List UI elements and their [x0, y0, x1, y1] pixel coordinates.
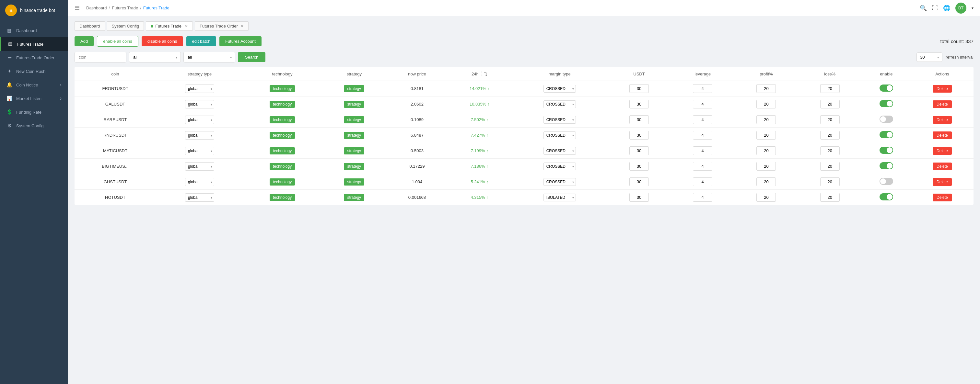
- technology-badge[interactable]: technology: [270, 194, 295, 201]
- tab-close-futures-trade[interactable]: ✕: [185, 24, 188, 29]
- delete-button[interactable]: Delete: [933, 163, 952, 170]
- enable-toggle[interactable]: [880, 147, 893, 154]
- profit-input[interactable]: [756, 162, 776, 171]
- usdt-input[interactable]: [629, 146, 649, 155]
- enable-toggle[interactable]: [880, 84, 893, 92]
- sidebar-item-new-coin-rush[interactable]: ✦ New Coin Rush: [0, 64, 68, 78]
- sidebar-item-futures-trade[interactable]: ▤ Futures Trade: [0, 37, 68, 51]
- strategy-badge[interactable]: strategy: [344, 194, 364, 201]
- usdt-input[interactable]: [629, 115, 649, 124]
- loss-input[interactable]: [820, 146, 840, 155]
- leverage-input[interactable]: [693, 193, 712, 202]
- leverage-input[interactable]: [693, 131, 712, 140]
- delete-button[interactable]: Delete: [933, 132, 952, 139]
- margin-type-select[interactable]: CROSSEDISOLATED: [544, 178, 576, 186]
- usdt-input[interactable]: [629, 162, 649, 171]
- tab-system-config[interactable]: System Config: [107, 21, 144, 31]
- margin-type-select[interactable]: CROSSEDISOLATED: [544, 100, 576, 108]
- enable-toggle[interactable]: [880, 131, 893, 138]
- profit-input[interactable]: [756, 100, 776, 108]
- leverage-input[interactable]: [693, 162, 712, 171]
- coin-search-input[interactable]: [75, 52, 126, 62]
- strategy-type-select[interactable]: global: [185, 162, 214, 171]
- loss-input[interactable]: [820, 178, 840, 186]
- enable-toggle[interactable]: [880, 116, 893, 123]
- leverage-input[interactable]: [693, 146, 712, 155]
- hamburger-icon[interactable]: ☰: [75, 5, 80, 12]
- strategy-type-select[interactable]: global: [185, 100, 214, 108]
- add-button[interactable]: Add: [75, 36, 94, 46]
- profit-input[interactable]: [756, 146, 776, 155]
- margin-type-select[interactable]: CROSSEDISOLATED: [544, 116, 576, 124]
- tab-close-futures-trade-order[interactable]: ✕: [240, 24, 244, 29]
- strategy-badge[interactable]: strategy: [344, 85, 364, 92]
- loss-input[interactable]: [820, 162, 840, 171]
- usdt-input[interactable]: [629, 193, 649, 202]
- technology-badge[interactable]: technology: [270, 147, 295, 154]
- leverage-input[interactable]: [693, 115, 712, 124]
- technology-badge[interactable]: technology: [270, 178, 295, 186]
- disable-all-button[interactable]: disable all coins: [142, 36, 183, 46]
- usdt-input[interactable]: [629, 84, 649, 93]
- leverage-input[interactable]: [693, 84, 712, 93]
- profit-input[interactable]: [756, 193, 776, 202]
- strategy-badge[interactable]: strategy: [344, 178, 364, 186]
- strategy-badge[interactable]: strategy: [344, 116, 364, 123]
- breadcrumb-dashboard[interactable]: Dashboard: [86, 5, 107, 10]
- status-filter[interactable]: all enabled disabled: [183, 52, 235, 62]
- refresh-interval-select[interactable]: 30 60 120: [916, 52, 942, 62]
- sidebar-item-market-listen[interactable]: 📊 Market Listen: [0, 92, 68, 105]
- th-24h[interactable]: 24h ↑↓ ⇅: [447, 67, 512, 81]
- sidebar-item-coin-notice[interactable]: 🔔 Coin Notice: [0, 78, 68, 92]
- strategy-type-select[interactable]: global: [185, 178, 214, 186]
- strategy-filter[interactable]: all global: [129, 52, 181, 62]
- strategy-type-select[interactable]: global: [185, 193, 214, 202]
- technology-badge[interactable]: technology: [270, 163, 295, 170]
- enable-toggle[interactable]: [880, 193, 893, 200]
- profit-input[interactable]: [756, 131, 776, 140]
- usdt-input[interactable]: [629, 131, 649, 140]
- margin-type-select[interactable]: CROSSEDISOLATED: [544, 132, 576, 139]
- profit-input[interactable]: [756, 115, 776, 124]
- avatar[interactable]: BT: [955, 3, 966, 14]
- profit-input[interactable]: [756, 178, 776, 186]
- tab-dashboard[interactable]: Dashboard: [75, 21, 105, 31]
- strategy-badge[interactable]: strategy: [344, 132, 364, 139]
- technology-badge[interactable]: technology: [270, 85, 295, 92]
- technology-badge[interactable]: technology: [270, 101, 295, 108]
- usdt-input[interactable]: [629, 178, 649, 186]
- tab-futures-trade[interactable]: Futures Trade ✕: [146, 21, 193, 31]
- delete-button[interactable]: Delete: [933, 100, 952, 108]
- delete-button[interactable]: Delete: [933, 85, 952, 93]
- edit-batch-button[interactable]: edit batch: [186, 36, 216, 46]
- enable-toggle[interactable]: [880, 178, 893, 185]
- sidebar-item-system-config[interactable]: ⚙ System Config: [0, 119, 68, 132]
- fullscreen-icon[interactable]: ⛶: [932, 5, 938, 11]
- translate-icon[interactable]: 🌐: [943, 5, 950, 12]
- delete-button[interactable]: Delete: [933, 116, 952, 124]
- delete-button[interactable]: Delete: [933, 178, 952, 186]
- margin-type-select[interactable]: CROSSEDISOLATED: [544, 163, 576, 170]
- strategy-type-select[interactable]: global: [185, 84, 214, 93]
- sidebar-item-futures-trade-order[interactable]: ☰ Futures Trade Order: [0, 51, 68, 64]
- usdt-input[interactable]: [629, 100, 649, 108]
- loss-input[interactable]: [820, 84, 840, 93]
- strategy-badge[interactable]: strategy: [344, 101, 364, 108]
- technology-badge[interactable]: technology: [270, 116, 295, 123]
- chevron-down-icon[interactable]: ▾: [972, 6, 974, 10]
- delete-button[interactable]: Delete: [933, 194, 952, 202]
- strategy-type-select[interactable]: global: [185, 116, 214, 124]
- strategy-badge[interactable]: strategy: [344, 163, 364, 170]
- breadcrumb-futures-trade[interactable]: Futures Trade: [112, 5, 138, 10]
- margin-type-select[interactable]: CROSSEDISOLATED: [544, 147, 576, 155]
- technology-badge[interactable]: technology: [270, 132, 295, 139]
- profit-input[interactable]: [756, 84, 776, 93]
- loss-input[interactable]: [820, 193, 840, 202]
- delete-button[interactable]: Delete: [933, 147, 952, 155]
- sidebar-item-funding-rate[interactable]: 💲 Funding Rate: [0, 105, 68, 119]
- loss-input[interactable]: [820, 115, 840, 124]
- margin-type-select[interactable]: ISOLATEDISOLATED: [544, 194, 576, 202]
- leverage-input[interactable]: [693, 100, 712, 108]
- margin-type-select[interactable]: CROSSEDISOLATED: [544, 85, 576, 93]
- leverage-input[interactable]: [693, 178, 712, 186]
